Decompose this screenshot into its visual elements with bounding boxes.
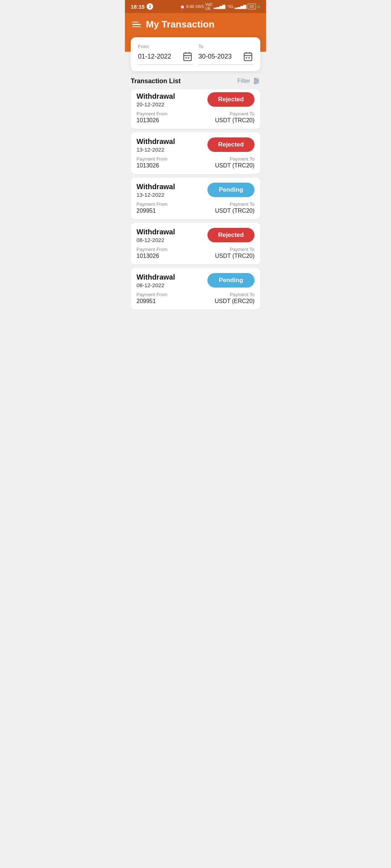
card-top: Withdrawal 13-12-2022 Pending (136, 183, 255, 198)
svg-rect-11 (248, 57, 250, 59)
transaction-card: Withdrawal 08-12-2022 Rejected Payment F… (131, 223, 260, 264)
payment-to-section: Payment To USDT (TRC20) (215, 247, 255, 259)
status-time: 18:15 (131, 4, 144, 10)
card-bottom: Payment From 209951 Payment To USDT (ERC… (136, 292, 255, 305)
transaction-date: 08-12-2022 (136, 237, 175, 243)
card-info: Withdrawal 13-12-2022 (136, 183, 175, 198)
status-badge[interactable]: Rejected (207, 228, 255, 242)
status-left: 18:15 2 (131, 3, 153, 10)
svg-point-15 (255, 78, 256, 80)
transaction-list: Withdrawal 20-12-2022 Rejected Payment F… (131, 89, 260, 310)
date-filter-card: From 01-12-2022 To 30-05-2023 (131, 37, 260, 71)
payment-from-value: 1013026 (136, 253, 167, 259)
to-date-value: 30-05-2023 (198, 53, 232, 60)
svg-rect-0 (184, 53, 192, 61)
svg-rect-6 (244, 53, 252, 61)
payment-to-section: Payment To USDT (TRC20) (215, 111, 255, 124)
card-top: Withdrawal 13-12-2022 Rejected (136, 137, 255, 153)
card-bottom: Payment From 1013026 Payment To USDT (TR… (136, 156, 255, 169)
5g-label: ⁺5G (227, 5, 233, 9)
payment-to-section: Payment To USDT (TRC20) (215, 156, 255, 169)
svg-rect-4 (185, 57, 187, 59)
transaction-type: Withdrawal (136, 228, 175, 236)
payment-to-value: USDT (ERC20) (215, 298, 255, 305)
card-top: Withdrawal 20-12-2022 Rejected (136, 92, 255, 107)
card-top: Withdrawal 08-12-2022 Rejected (136, 228, 255, 243)
status-bar: 18:15 2 ⏰ 8:00 KB/S VoDLIE ▂▃▅▇ ⁺5G ▂▃▅▇… (125, 0, 266, 13)
from-input-row: 01-12-2022 (138, 51, 193, 65)
status-badge[interactable]: Pending (207, 273, 255, 288)
battery-dot: ● (257, 4, 260, 9)
transaction-date: 08-12-2022 (136, 282, 175, 288)
payment-from-section: Payment From 1013026 (136, 156, 167, 169)
from-label: From (138, 44, 193, 49)
payment-to-value: USDT (TRC20) (215, 208, 255, 214)
payment-from-section: Payment From 1013026 (136, 247, 167, 259)
page-title: My Transaction (146, 19, 214, 30)
filter-icon (252, 77, 260, 85)
svg-point-16 (257, 80, 258, 82)
battery-level: 92 (249, 4, 254, 9)
payment-to-label: Payment To (215, 156, 255, 162)
transaction-type: Withdrawal (136, 137, 175, 146)
card-info: Withdrawal 20-12-2022 (136, 92, 175, 107)
transaction-card: Withdrawal 13-12-2022 Rejected Payment F… (131, 132, 260, 174)
network-label: KB/S (196, 5, 204, 9)
signal-bars: ▂▃▅▇ (214, 4, 225, 9)
payment-to-section: Payment To USDT (ERC20) (215, 292, 255, 305)
svg-rect-5 (188, 57, 189, 59)
from-date-field[interactable]: From 01-12-2022 (138, 44, 193, 65)
transaction-card: Withdrawal 08-12-2022 Pending Payment Fr… (131, 268, 260, 310)
transaction-header: Transaction List Filter (131, 77, 260, 85)
to-label: To (198, 44, 253, 49)
notification-badge: 2 (147, 3, 153, 10)
transaction-card: Withdrawal 13-12-2022 Pending Payment Fr… (131, 178, 260, 219)
payment-from-section: Payment From 209951 (136, 201, 167, 214)
card-info: Withdrawal 08-12-2022 (136, 273, 175, 288)
card-bottom: Payment From 209951 Payment To USDT (TRC… (136, 201, 255, 214)
payment-from-section: Payment From 209951 (136, 292, 167, 305)
payment-to-value: USDT (TRC20) (215, 117, 255, 124)
filter-button[interactable]: Filter (237, 77, 260, 85)
payment-from-label: Payment From (136, 247, 167, 252)
svg-rect-10 (246, 57, 247, 59)
filter-label: Filter (237, 78, 250, 84)
payment-to-label: Payment To (215, 247, 255, 252)
payment-from-label: Payment From (136, 292, 167, 297)
card-top: Withdrawal 08-12-2022 Pending (136, 273, 255, 288)
card-bottom: Payment From 1013026 Payment To USDT (TR… (136, 247, 255, 259)
svg-point-17 (255, 82, 256, 84)
transaction-section: Transaction List Filter Withdrawal 20-12… (125, 77, 266, 310)
from-date-value: 01-12-2022 (138, 53, 171, 60)
payment-to-section: Payment To USDT (TRC20) (215, 201, 255, 214)
transaction-type: Withdrawal (136, 183, 175, 191)
status-badge[interactable]: Rejected (207, 92, 255, 107)
payment-to-label: Payment To (215, 292, 255, 297)
card-info: Withdrawal 08-12-2022 (136, 228, 175, 243)
transaction-type: Withdrawal (136, 92, 175, 101)
status-badge[interactable]: Pending (207, 183, 255, 197)
status-right: ⏰ 8:00 KB/S VoDLIE ▂▃▅▇ ⁺5G ▂▃▅▇ 92 ● (180, 3, 260, 10)
to-input-row: 30-05-2023 (198, 51, 253, 65)
transaction-date: 20-12-2022 (136, 101, 175, 107)
from-calendar-icon[interactable] (182, 51, 193, 61)
alarm-icon: ⏰ (180, 4, 185, 9)
transaction-date: 13-12-2022 (136, 192, 175, 198)
battery-icon: 92 (248, 4, 256, 9)
payment-to-value: USDT (TRC20) (215, 253, 255, 259)
to-date-field[interactable]: To 30-05-2023 (198, 44, 253, 65)
card-bottom: Payment From 1013026 Payment To USDT (TR… (136, 111, 255, 124)
transaction-date: 13-12-2022 (136, 146, 175, 153)
payment-from-label: Payment From (136, 201, 167, 207)
menu-button[interactable] (132, 22, 141, 27)
transaction-type: Withdrawal (136, 273, 175, 281)
payment-to-value: USDT (TRC20) (215, 162, 255, 169)
payment-from-value: 209951 (136, 298, 167, 305)
status-badge[interactable]: Rejected (207, 137, 255, 152)
payment-from-value: 1013026 (136, 162, 167, 169)
payment-from-section: Payment From 1013026 (136, 111, 167, 124)
transaction-list-title: Transaction List (131, 77, 181, 85)
card-info: Withdrawal 13-12-2022 (136, 137, 175, 153)
to-calendar-icon[interactable] (243, 51, 253, 61)
voip-label: VoDLIE (205, 3, 212, 10)
